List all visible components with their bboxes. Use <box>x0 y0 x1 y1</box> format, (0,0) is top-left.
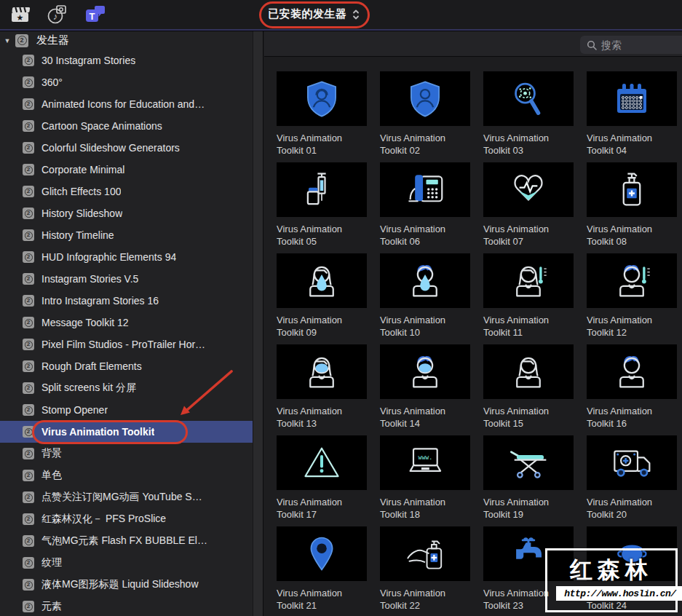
sidebar-item-背景[interactable]: 2 背景 <box>0 443 253 465</box>
sidebar-item-split-screens-kit-分屏[interactable]: 2 Split screens kit 分屏 <box>0 377 253 399</box>
sidebar-item-气泡mg元素-flash-fx-bubble-el[interactable]: 2 气泡MG元素 Flash FX BUBBLE El… <box>0 530 253 552</box>
sidebar-item-rough-draft-elements[interactable]: 2 Rough Draft Elements <box>0 355 253 377</box>
generator-thumbnail[interactable] <box>380 71 470 126</box>
generator-thumbnail[interactable] <box>277 526 367 581</box>
generator-tile[interactable]: Virus Animation Toolkit 13 <box>277 344 367 435</box>
sidebar-root-label: 发生器 <box>36 33 69 47</box>
disclosure-triangle-icon[interactable]: ▼ <box>3 37 12 44</box>
generator-tile[interactable]: Virus Animation Toolkit 08 <box>587 162 677 253</box>
generator-tile[interactable]: Virus Animation Toolkit 05 <box>277 162 367 253</box>
generator-thumbnail[interactable] <box>587 71 677 126</box>
search-bar <box>264 31 682 57</box>
generator-tile[interactable]: Virus Animation Toolkit 23 <box>483 526 574 616</box>
sidebar-scrollbar-track[interactable] <box>253 31 263 616</box>
generator-thumbnail[interactable] <box>587 435 677 490</box>
generator-icon: 2 <box>23 601 34 612</box>
sidebar-item-virus-animation-toolkit[interactable]: 2 Virus Animation Toolkit <box>0 421 253 443</box>
sidebar-item-history-timeline[interactable]: 2 History Timeline <box>0 224 253 246</box>
sidebar-item-history-slideshow[interactable]: 2 History Slideshow <box>0 202 253 224</box>
generator-tile[interactable]: Virus Animation Toolkit 11 <box>483 253 574 344</box>
generator-tile[interactable]: Virus Animation Toolkit 20 <box>587 435 677 526</box>
generator-tile[interactable]: www. Virus Animation Toolkit 18 <box>380 435 470 526</box>
sidebar-item-stomp-opener[interactable]: 2 Stomp Opener <box>0 399 253 421</box>
sidebar-item-label: Rough Draft Elements <box>41 360 142 372</box>
generator-thumbnail[interactable] <box>277 435 367 490</box>
sidebar-item-label: 360° <box>41 76 63 88</box>
sidebar-item-animated-icons-for-education-and[interactable]: 2 Animated Icons for Education and… <box>0 93 253 115</box>
generator-tile[interactable]: Virus Animation Toolkit 14 <box>380 344 470 435</box>
generator-tile[interactable]: Virus Animation Toolkit 12 <box>587 253 677 344</box>
sidebar-item-message-toolkit-12[interactable]: 2 Message Toolkit 12 <box>0 312 253 333</box>
sidebar-item-红森林汉化-pfs-proslice[interactable]: 2 红森林汉化－ PFS ProSlice <box>0 508 253 530</box>
generator-thumbnail[interactable] <box>380 344 470 399</box>
generator-tile[interactable]: Virus Animation Toolkit 24 <box>587 526 677 616</box>
sidebar-item-纹理[interactable]: 2 纹理 <box>0 552 253 574</box>
generator-thumbnail[interactable] <box>483 526 574 581</box>
sidebar-item-intro-instagram-stories-16[interactable]: 2 Intro Instagram Stories 16 <box>0 290 253 312</box>
generator-thumbnail[interactable] <box>483 344 574 399</box>
generator-thumbnail[interactable] <box>277 253 367 308</box>
sidebar-item-colorful-slideshow-generators[interactable]: 2 Colorful Slideshow Generators <box>0 137 253 159</box>
sidebar-item-hud-infographic-elements-94[interactable]: 2 HUD Infographic Elements 94 <box>0 246 253 268</box>
generator-thumbnail[interactable] <box>277 162 367 217</box>
tile-label-line2: Toolkit 13 <box>277 417 367 430</box>
sidebar-item-液体mg图形标题-liquid-slideshow[interactable]: 2 液体MG图形标题 Liquid Slideshow <box>0 574 253 596</box>
generator-thumbnail[interactable]: www. <box>380 435 470 490</box>
generator-thumbnail[interactable] <box>277 344 367 399</box>
generator-thumbnail[interactable] <box>483 71 574 126</box>
generator-tile[interactable]: Virus Animation Toolkit 09 <box>277 253 367 344</box>
sidebar-item-label: Cartoon Space Animations <box>41 120 162 132</box>
generator-thumbnail[interactable] <box>380 526 470 581</box>
generator-tile[interactable]: Virus Animation Toolkit 03 <box>483 71 574 162</box>
generator-thumbnail[interactable] <box>380 162 470 217</box>
warning-triangle-icon <box>302 443 341 483</box>
generator-tile[interactable]: Virus Animation Toolkit 02 <box>380 71 470 162</box>
generator-tile[interactable]: Virus Animation Toolkit 10 <box>380 253 470 344</box>
generator-tile[interactable]: Virus Animation Toolkit 07 <box>483 162 574 253</box>
generator-thumbnail[interactable] <box>277 71 367 126</box>
search-input[interactable] <box>601 39 682 51</box>
generator-tile[interactable]: Virus Animation Toolkit 16 <box>587 344 677 435</box>
generator-thumbnail[interactable] <box>587 253 677 308</box>
generator-category-icon: 2 <box>15 34 28 47</box>
sidebar-root-generators[interactable]: ▼ 2 发生器 <box>0 31 253 50</box>
generator-tile[interactable]: Virus Animation Toolkit 19 <box>483 435 574 526</box>
photos-audio-icon[interactable]: ♪ <box>46 4 68 25</box>
generator-tile[interactable]: Virus Animation Toolkit 15 <box>483 344 574 435</box>
sidebar-item-单色[interactable]: 2 单色 <box>0 465 253 486</box>
sidebar-item-元素[interactable]: 2 元素 <box>0 596 253 616</box>
browser-title-popup[interactable]: 已安装的发生器 <box>268 7 360 21</box>
sidebar-item-pixel-film-studios-protrailer-hor[interactable]: 2 Pixel Film Studios - ProTrailer Hor… <box>0 333 253 355</box>
generator-tile[interactable]: Virus Animation Toolkit 21 <box>277 526 367 616</box>
sidebar-item-corporate-minimal[interactable]: 2 Corporate Minimal <box>0 159 253 181</box>
generator-thumbnail[interactable] <box>483 435 574 490</box>
sidebar-item-点赞关注订阅mg动画-youtube-s[interactable]: 2 点赞关注订阅MG动画 YouTube S… <box>0 486 253 508</box>
tile-label-line1: Virus Animation <box>380 587 470 599</box>
generator-tile[interactable]: Virus Animation Toolkit 04 <box>587 71 677 162</box>
sidebar-item-30-instagram-stories[interactable]: 2 30 Instagram Stories <box>0 50 253 71</box>
generator-tile[interactable]: Virus Animation Toolkit 06 <box>380 162 470 253</box>
generator-tile[interactable]: Virus Animation Toolkit 17 <box>277 435 367 526</box>
effects-browser-icon[interactable]: ★ <box>9 4 31 25</box>
shield-doctor-icon <box>302 79 341 119</box>
generator-thumbnail[interactable] <box>380 253 470 308</box>
sidebar-item-instagram-stories-v-5[interactable]: 2 Instagram Stories V.5 <box>0 268 253 290</box>
generator-thumbnail[interactable] <box>587 526 677 581</box>
sidebar-item-glitch-effects-100[interactable]: 2 Glitch Effects 100 <box>0 181 253 202</box>
generator-thumbnail[interactable] <box>483 162 574 217</box>
sidebar-item-label: History Slideshow <box>41 208 122 219</box>
search-field[interactable] <box>580 36 682 54</box>
sidebar-item-360[interactable]: 2 360° <box>0 71 253 93</box>
tile-label-line1: Virus Animation <box>483 132 574 144</box>
generator-icon: 2 <box>23 404 34 416</box>
generator-thumbnail[interactable] <box>587 344 677 399</box>
generator-tile[interactable]: Virus Animation Toolkit 22 <box>380 526 470 616</box>
tile-label-line1: Virus Animation <box>587 587 677 599</box>
titles-generators-icon[interactable]: T <box>84 4 106 25</box>
generator-tile[interactable]: Virus Animation Toolkit 01 <box>277 71 367 162</box>
generator-thumbnail[interactable] <box>587 162 677 217</box>
generator-icon: 2 <box>23 186 34 197</box>
generator-thumbnail[interactable] <box>483 253 574 308</box>
generator-icon: 2 <box>23 76 34 88</box>
sidebar-item-cartoon-space-animations[interactable]: 2 Cartoon Space Animations <box>0 115 253 137</box>
